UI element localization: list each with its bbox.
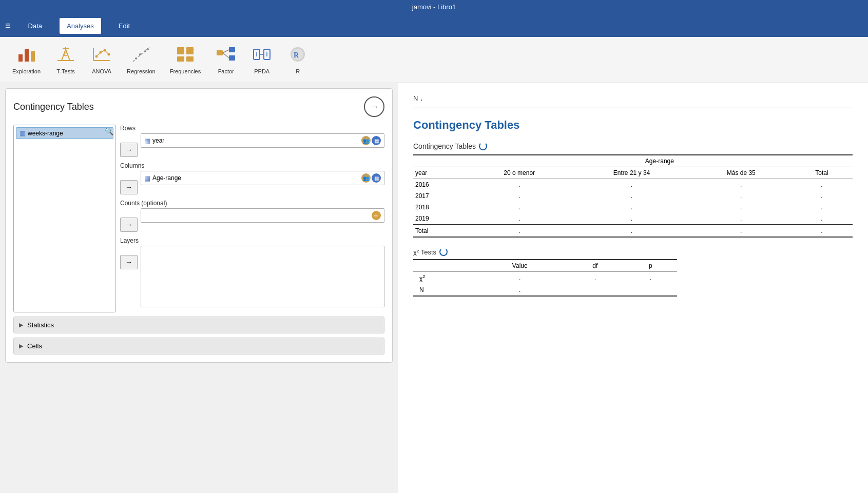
chi-header-p: p <box>624 260 677 272</box>
ct-cell: . <box>691 190 791 202</box>
run-button[interactable]: → <box>364 96 384 117</box>
columns-var-icon: ▦ <box>144 174 150 182</box>
right-panel: N . Contingency Tables Contingency Table… <box>398 83 868 493</box>
list-item[interactable]: ▦ weeks-range <box>16 127 113 139</box>
svg-rect-2 <box>31 51 35 62</box>
svg-point-21 <box>144 50 146 52</box>
toolbar-ppda[interactable]: PPDA <box>244 40 280 81</box>
toolbar-t-tests[interactable]: T-Tests <box>48 40 84 81</box>
assignment-area: Rows → ▦ year 👥 ▦ <box>120 125 384 312</box>
chi-header-df: df <box>566 260 625 272</box>
anova-icon <box>91 45 112 66</box>
ct-cell: . <box>572 202 691 213</box>
ct-cell: . <box>791 213 853 225</box>
svg-point-19 <box>135 57 137 60</box>
cells-accordion[interactable]: ▶ Cells <box>13 338 384 354</box>
columns-label: Columns <box>120 162 384 169</box>
chi-cell: . <box>624 272 677 285</box>
svg-rect-0 <box>18 54 23 62</box>
ct-cell: . <box>791 190 853 202</box>
svg-line-15 <box>97 52 101 56</box>
columns-chart-icon: ▦ <box>372 173 381 183</box>
svg-line-17 <box>105 50 109 54</box>
ct-row-label: 2017 <box>413 190 467 202</box>
row-axis-header: year <box>413 167 467 179</box>
toolbar-exploration[interactable]: Exploration <box>5 40 48 81</box>
col-sub-2: Más de 35 <box>691 167 791 179</box>
rows-value: year <box>152 137 164 144</box>
rows-arrow-button[interactable]: → <box>120 143 138 157</box>
people-icon: 👥 <box>361 136 371 145</box>
svg-point-22 <box>147 48 149 50</box>
ct-cell: . <box>791 225 853 237</box>
ct-row-label: 2019 <box>413 213 467 225</box>
toolbar-regression[interactable]: Regression <box>120 40 163 81</box>
chi-section: χ² Tests Value df p χ2...N. <box>413 248 853 297</box>
anova-label: ANOVA <box>92 68 111 74</box>
svg-line-31 <box>223 53 229 58</box>
ct-cell: . <box>791 179 853 191</box>
table-row: 2017.... <box>413 190 853 202</box>
contingency-table: Age-range year 20 o menor Entre 21 y 34 … <box>413 155 853 238</box>
chi-label: χ² Tests <box>413 248 436 256</box>
columns-field[interactable]: ▦ Age-range 👥 ▦ <box>141 171 384 185</box>
table-row: 2018.... <box>413 202 853 213</box>
toolbar-r[interactable]: R R <box>280 40 316 81</box>
toolbar-frequencies[interactable]: Frequencies <box>163 40 208 81</box>
ct-cell: . <box>572 213 691 225</box>
svg-line-4 <box>62 49 66 61</box>
columns-row: → ▦ Age-range 👥 ▦ <box>120 171 384 194</box>
svg-rect-24 <box>186 47 194 54</box>
layers-arrow-button[interactable]: → <box>120 255 138 269</box>
rows-row: → ▦ year 👥 ▦ <box>120 133 384 157</box>
counts-arrow-button[interactable]: → <box>120 218 138 232</box>
columns-arrow-button[interactable]: → <box>120 180 138 194</box>
svg-rect-23 <box>177 47 184 54</box>
ct-cell: . <box>691 213 791 225</box>
columns-value: Age-range <box>152 174 181 182</box>
svg-point-20 <box>139 53 141 55</box>
ct-cell: . <box>691 179 791 191</box>
layers-label: Layers <box>120 237 384 244</box>
cells-arrow: ▶ <box>19 343 23 349</box>
search-icon[interactable]: 🔍 <box>105 127 113 135</box>
ct-label: Contingency Tables <box>413 142 476 150</box>
tab-analyses[interactable]: Analyses <box>60 18 101 34</box>
tab-edit[interactable]: Edit <box>111 18 137 34</box>
ct-spinner-icon <box>479 142 487 150</box>
r-icon: R <box>287 45 308 66</box>
frequencies-icon <box>175 45 196 66</box>
ppda-label: PPDA <box>254 68 269 74</box>
panel-title: Contingency Tables <box>13 102 94 112</box>
n-section: N . <box>413 93 853 108</box>
counts-field[interactable]: ✏ <box>141 208 384 223</box>
svg-rect-27 <box>217 50 223 55</box>
r-label: R <box>296 68 300 74</box>
ct-table-wrapper: Age-range year 20 o menor Entre 21 y 34 … <box>413 154 853 238</box>
chart-icon: ▦ <box>372 136 381 145</box>
variable-section: ▦ weeks-range 🔍 Rows → ▦ year <box>13 125 384 312</box>
rows-field[interactable]: ▦ year 👥 ▦ <box>141 133 384 148</box>
statistics-label: Statistics <box>27 321 54 329</box>
t-tests-icon <box>55 45 76 66</box>
svg-rect-26 <box>186 56 194 62</box>
regression-icon <box>131 45 151 66</box>
layers-field[interactable] <box>141 246 384 307</box>
tab-data[interactable]: Data <box>21 18 49 34</box>
chi-header-value: Value <box>474 260 566 272</box>
toolbar-anova[interactable]: ANOVA <box>84 40 120 81</box>
cells-label: Cells <box>27 342 42 350</box>
main-content: Contingency Tables → ▦ weeks-range 🔍 <box>0 83 868 493</box>
svg-text:R: R <box>294 51 299 59</box>
ct-cell: . <box>467 213 572 225</box>
statistics-accordion[interactable]: ▶ Statistics <box>13 317 384 333</box>
title-text: jamovi - Libro1 <box>412 3 456 11</box>
hamburger-menu[interactable]: ≡ <box>5 21 11 31</box>
toolbar-factor[interactable]: Factor <box>208 40 244 81</box>
table-row: 2016.... <box>413 179 853 191</box>
counts-label: Counts (optional) <box>120 200 384 207</box>
statistics-arrow: ▶ <box>19 322 23 328</box>
variable-list: ▦ weeks-range 🔍 <box>13 125 116 312</box>
ct-cell: . <box>467 179 572 191</box>
ppda-icon <box>252 45 272 66</box>
